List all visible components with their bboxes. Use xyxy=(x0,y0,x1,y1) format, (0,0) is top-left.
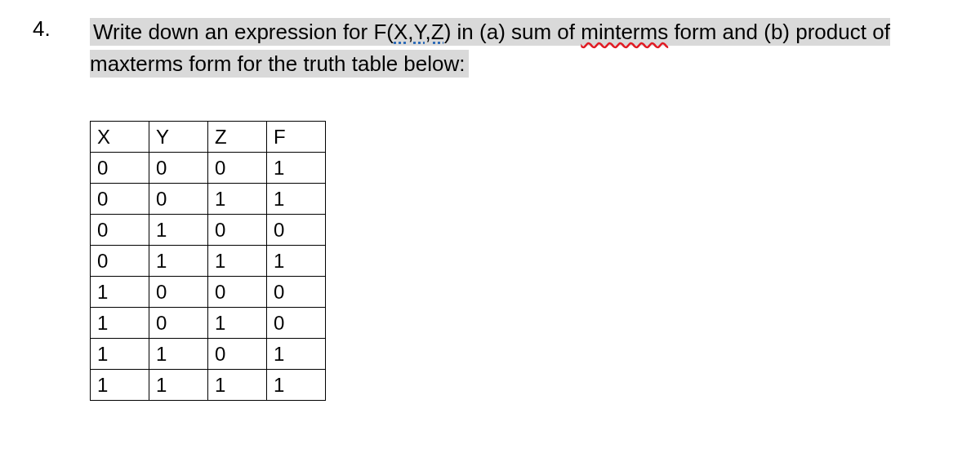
cell: 1 xyxy=(208,370,267,401)
table-row: 1 1 1 1 xyxy=(91,370,326,401)
question-content: Write down an expression for F(X,Y,Z) in… xyxy=(90,16,947,401)
header-y: Y xyxy=(149,122,208,153)
cell: 1 xyxy=(149,370,208,401)
cell: 0 xyxy=(91,153,149,184)
cell: 1 xyxy=(267,153,326,184)
truth-table: X Y Z F 0 0 0 1 0 0 1 1 xyxy=(90,121,326,401)
table-row: 0 0 1 1 xyxy=(91,184,326,215)
cell: 0 xyxy=(267,308,326,339)
cell: 0 xyxy=(208,277,267,308)
cell: 1 xyxy=(267,370,326,401)
cell: 0 xyxy=(208,153,267,184)
header-f: F xyxy=(267,122,326,153)
cell: 0 xyxy=(267,277,326,308)
cell: 1 xyxy=(91,339,149,370)
question-text: Write down an expression for F(X,Y,Z) in… xyxy=(90,18,890,78)
cell: 1 xyxy=(149,246,208,277)
table-row: 1 0 0 0 xyxy=(91,277,326,308)
cell: 0 xyxy=(149,308,208,339)
text-part2: ) in (a) sum of xyxy=(444,20,581,44)
cell: 0 xyxy=(267,215,326,246)
table-row: 0 1 1 1 xyxy=(91,246,326,277)
cell: 1 xyxy=(267,246,326,277)
question-number: 4. xyxy=(33,16,65,42)
cell: 1 xyxy=(208,246,267,277)
cell: 0 xyxy=(149,277,208,308)
cell: 0 xyxy=(208,215,267,246)
table-row: 1 1 0 1 xyxy=(91,339,326,370)
cell: 0 xyxy=(149,184,208,215)
question-text-wrapper: Write down an expression for F(X,Y,Z) in… xyxy=(90,16,947,80)
header-z: Z xyxy=(208,122,267,153)
cell: 0 xyxy=(91,215,149,246)
cell: 1 xyxy=(91,370,149,401)
text-minterms: minterms xyxy=(581,20,668,44)
cell: 1 xyxy=(91,277,149,308)
cell: 1 xyxy=(91,308,149,339)
table-row: 0 1 0 0 xyxy=(91,215,326,246)
cell: 0 xyxy=(208,339,267,370)
question-container: 4. Write down an expression for F(X,Y,Z)… xyxy=(33,16,947,401)
cell: 1 xyxy=(267,339,326,370)
cell: 1 xyxy=(208,308,267,339)
text-xyz: X,Y,Z xyxy=(394,20,444,44)
table-row: 1 0 1 0 xyxy=(91,308,326,339)
cell: 0 xyxy=(149,153,208,184)
cell: 1 xyxy=(208,184,267,215)
text-part1: Write down an expression for F( xyxy=(93,20,394,44)
table-header-row: X Y Z F xyxy=(91,122,326,153)
cell: 1 xyxy=(149,215,208,246)
cell: 0 xyxy=(91,184,149,215)
header-x: X xyxy=(91,122,149,153)
cell: 1 xyxy=(149,339,208,370)
cell: 0 xyxy=(91,246,149,277)
table-row: 0 0 0 1 xyxy=(91,153,326,184)
cell: 1 xyxy=(267,184,326,215)
